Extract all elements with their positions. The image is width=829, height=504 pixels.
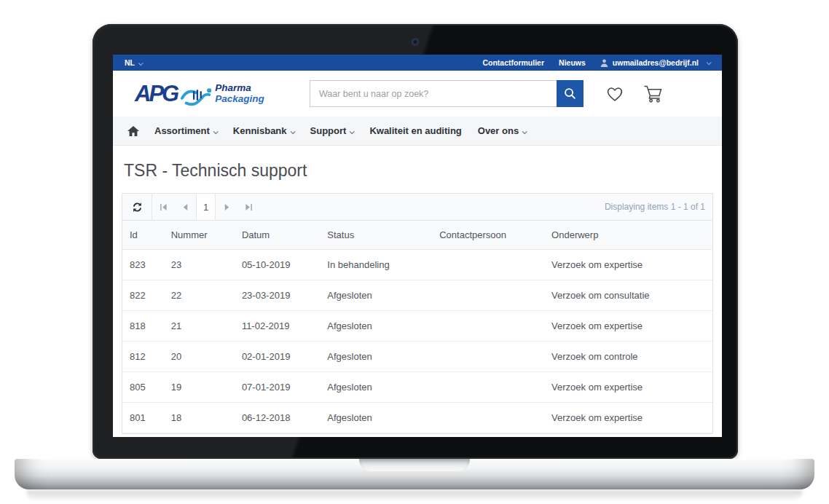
home-nav-button[interactable] <box>127 126 139 136</box>
cell-id: 805 <box>122 372 164 403</box>
cell-contactpersoon <box>432 250 544 280</box>
search-icon <box>564 87 576 100</box>
last-page-icon <box>245 203 253 211</box>
cell-contactpersoon <box>432 311 544 342</box>
first-page-icon <box>160 203 168 211</box>
nav-item-support[interactable]: Support <box>302 125 362 136</box>
next-page-button[interactable] <box>216 194 237 220</box>
previous-page-button[interactable] <box>174 194 196 220</box>
cell-datum: 11-02-2019 <box>235 311 320 342</box>
logo-wordmark: Pharma Packaging <box>215 83 264 105</box>
tsr-grid: 1 Displaying items 1 - 1 of 1 <box>122 193 713 434</box>
current-page[interactable]: 1 <box>196 194 216 220</box>
chevron-down-icon <box>138 60 144 66</box>
cell-onderwerp: Verzoek om expertise <box>544 372 712 403</box>
webcam-dot <box>413 39 418 44</box>
column-header-id[interactable]: Id <box>122 221 164 250</box>
next-page-icon <box>223 203 231 211</box>
cell-id: 812 <box>122 342 164 372</box>
cell-nummer: 18 <box>164 403 235 433</box>
language-selector[interactable]: NL <box>125 58 142 67</box>
table-row[interactable]: 8011806-12-2018AfgeslotenVerzoek om expe… <box>122 403 712 433</box>
cart-icon <box>643 85 663 103</box>
column-header-status[interactable]: Status <box>320 221 432 250</box>
screen-display: NL Contactformulier Nieuws uwmailadres@b… <box>113 55 722 437</box>
previous-page-icon <box>181 203 189 211</box>
cell-id: 801 <box>122 403 164 433</box>
table-row[interactable]: 8182111-02-2019AfgeslotenVerzoek om expe… <box>122 311 712 342</box>
language-label: NL <box>125 58 135 67</box>
dna-swirl-icon <box>180 84 212 106</box>
search-button[interactable] <box>557 80 584 107</box>
pager: 1 <box>152 194 259 220</box>
nav-label: Assortiment <box>154 125 210 136</box>
first-page-button[interactable] <box>152 194 174 220</box>
grid-toolbar: 1 Displaying items 1 - 1 of 1 <box>122 194 712 221</box>
table-row[interactable]: 8122002-01-2019AfgeslotenVerzoek om cont… <box>122 342 712 372</box>
column-header-onderwerp[interactable]: Onderwerp <box>544 221 712 250</box>
account-email: uwmailadres@bedrijf.nl <box>613 58 699 67</box>
cell-datum: 05-10-2019 <box>235 250 320 280</box>
cell-nummer: 20 <box>164 342 235 372</box>
cell-status: Afgesloten <box>320 311 432 342</box>
contactformulier-link[interactable]: Contactformulier <box>482 58 544 67</box>
nav-item-kennisbank[interactable]: Kennisbank <box>225 125 302 136</box>
main-navigation: Assortiment Kennisbank Support Kwaliteit… <box>113 117 722 146</box>
nav-label: Over ons <box>478 125 519 136</box>
cell-status: In behandeling <box>320 250 432 280</box>
cell-nummer: 22 <box>164 280 235 311</box>
page-content: TSR - Technisch support <box>113 161 722 434</box>
search-input[interactable] <box>310 80 557 107</box>
cell-status: Afgesloten <box>320 372 432 403</box>
chevron-down-icon <box>522 129 527 134</box>
cell-status: Afgesloten <box>320 280 432 311</box>
cell-id: 823 <box>122 250 164 280</box>
user-icon <box>600 59 608 67</box>
nav-item-kwaliteit-en-auditing[interactable]: Kwaliteit en auditing <box>361 125 469 136</box>
cell-onderwerp: Verzoek om expertise <box>544 250 712 280</box>
refresh-button[interactable] <box>122 194 152 220</box>
cell-status: Afgesloten <box>320 342 432 372</box>
column-header-nummer[interactable]: Nummer <box>164 221 235 250</box>
table-header-row: Id Nummer Datum Status Contactpersoon On… <box>122 221 712 250</box>
page-title: TSR - Technisch support <box>124 161 713 181</box>
cell-contactpersoon <box>432 280 544 311</box>
table-row[interactable]: 8051907-01-2019AfgeslotenVerzoek om expe… <box>122 372 712 403</box>
cart-button[interactable] <box>643 85 663 103</box>
laptop-mockup: NL Contactformulier Nieuws uwmailadres@b… <box>0 0 829 504</box>
paging-status: Displaying items 1 - 1 of 1 <box>605 202 712 212</box>
logo-word-packaging: Packaging <box>215 94 264 105</box>
laptop-lid-notch <box>359 459 470 471</box>
nav-label: Kennisbank <box>233 125 287 136</box>
home-icon <box>127 126 139 136</box>
cell-onderwerp: Verzoek om consultatie <box>544 280 712 311</box>
nav-item-assortiment[interactable]: Assortiment <box>146 125 225 136</box>
chevron-down-icon <box>707 60 712 65</box>
refresh-icon <box>132 202 143 213</box>
cell-datum: 23-03-2019 <box>235 280 320 311</box>
table-row[interactable]: 8232305-10-2019In behandelingVerzoek om … <box>122 250 712 280</box>
column-header-contactpersoon[interactable]: Contactpersoon <box>432 221 544 250</box>
heart-icon <box>605 85 624 102</box>
laptop-base <box>15 459 814 489</box>
column-header-datum[interactable]: Datum <box>235 221 320 250</box>
chevron-down-icon <box>290 129 295 134</box>
chevron-down-icon <box>350 129 355 134</box>
last-page-button[interactable] <box>237 194 259 220</box>
cell-status: Afgesloten <box>320 403 432 433</box>
nav-label: Kwaliteit en auditing <box>369 125 461 136</box>
table-row[interactable]: 8222223-03-2019AfgeslotenVerzoek om cons… <box>122 280 712 311</box>
cell-contactpersoon <box>432 372 544 403</box>
logo-apg-text: APG <box>135 82 177 105</box>
cell-contactpersoon <box>432 403 544 433</box>
cell-datum: 07-01-2019 <box>235 372 320 403</box>
cell-onderwerp: Verzoek om expertise <box>544 403 712 433</box>
wishlist-button[interactable] <box>605 85 624 102</box>
cell-onderwerp: Verzoek om expertise <box>544 311 712 342</box>
company-logo[interactable]: APG Pharma Packaging <box>135 82 294 106</box>
account-menu[interactable]: uwmailadres@bedrijf.nl <box>600 58 710 67</box>
cell-datum: 02-01-2019 <box>235 342 320 372</box>
tsr-table: Id Nummer Datum Status Contactpersoon On… <box>122 221 712 433</box>
nieuws-link[interactable]: Nieuws <box>559 58 586 67</box>
nav-item-over-ons[interactable]: Over ons <box>470 125 534 136</box>
